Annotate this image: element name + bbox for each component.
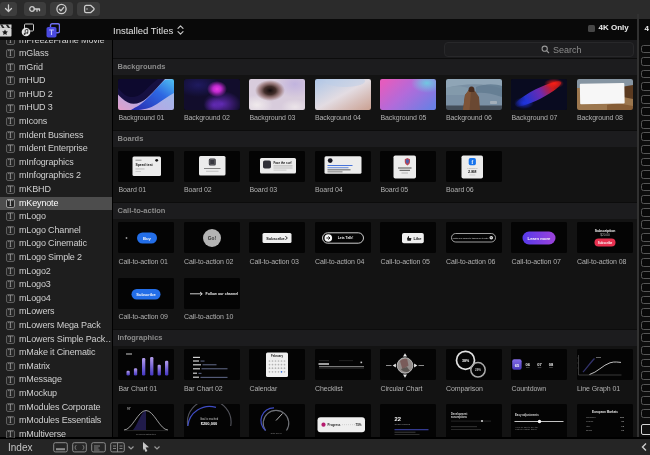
svg-text:08: 08 bbox=[549, 362, 554, 367]
svg-text:Progress distribution: Progress distribution bbox=[136, 432, 157, 434]
svg-text:Spain: Spain bbox=[586, 429, 593, 432]
svg-text:Face the surf: Face the surf bbox=[274, 161, 292, 165]
svg-text:38%: 38% bbox=[461, 359, 469, 363]
svg-text:Follow our channel: Follow our channel bbox=[205, 292, 238, 296]
svg-text:Watch our complete training up: Watch our complete training up to date bbox=[452, 237, 488, 239]
svg-text:06: 06 bbox=[526, 362, 531, 367]
svg-text:Total speed: Total speed bbox=[270, 432, 282, 434]
svg-text:Subscribe: Subscribe bbox=[597, 241, 612, 245]
svg-text:Speed test: Speed test bbox=[136, 163, 154, 167]
svg-text:120: 120 bbox=[620, 416, 625, 419]
svg-text:07: 07 bbox=[537, 362, 542, 367]
svg-text:February: February bbox=[271, 354, 283, 358]
svg-text:Buy: Buy bbox=[143, 236, 152, 241]
svg-text:You'll be able to see the: You'll be able to see the bbox=[515, 425, 539, 427]
svg-text:Subscribe: Subscribe bbox=[136, 291, 156, 296]
svg-text:75%: 75% bbox=[355, 423, 361, 427]
svg-text:22: 22 bbox=[395, 416, 401, 422]
svg-text:edits in realtime slides: edits in realtime slides bbox=[515, 428, 537, 430]
svg-text:$20.00: $20.00 bbox=[600, 233, 610, 237]
svg-text:2.8M: 2.8M bbox=[468, 170, 476, 174]
svg-text:assumptions: assumptions bbox=[451, 414, 468, 418]
svg-text:f: f bbox=[471, 159, 473, 165]
svg-text:Go!: Go! bbox=[207, 236, 216, 241]
svg-text:29%: 29% bbox=[474, 368, 480, 372]
svg-text:$200,000: $200,000 bbox=[200, 421, 217, 426]
svg-text:Goals reached: Goals reached bbox=[395, 423, 411, 426]
svg-text:Subscribe: Subscribe bbox=[266, 237, 284, 241]
svg-text:Progress: Progress bbox=[327, 423, 340, 427]
svg-text:Learn more: Learn more bbox=[528, 236, 551, 241]
svg-text:France: France bbox=[586, 420, 594, 423]
svg-text:Easy adjustments: Easy adjustments bbox=[515, 413, 539, 417]
svg-text:Like: Like bbox=[414, 236, 423, 241]
svg-text:97: 97 bbox=[127, 406, 131, 410]
svg-text:European Markets: European Markets bbox=[591, 409, 617, 413]
svg-text:Lets Talk!: Lets Talk! bbox=[337, 236, 353, 240]
svg-text:Germany: Germany bbox=[586, 416, 597, 419]
svg-text:65: 65 bbox=[515, 363, 520, 368]
